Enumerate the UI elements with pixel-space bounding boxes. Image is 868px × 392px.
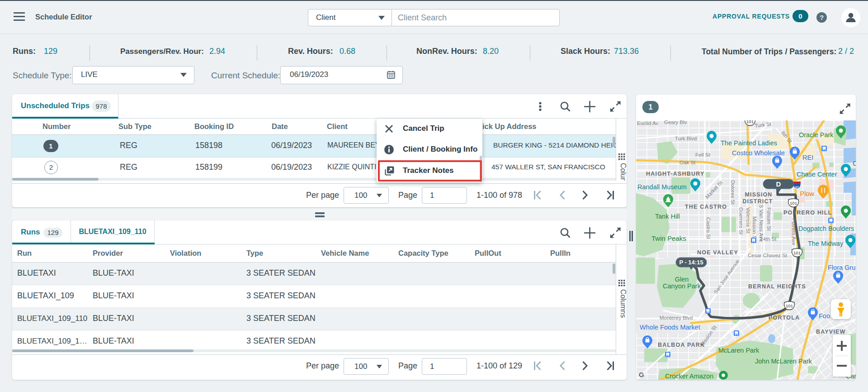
svg-text:Glen: Glen bbox=[675, 276, 689, 283]
svg-text:101: 101 bbox=[793, 250, 801, 255]
svg-text:Guerrero St: Guerrero St bbox=[738, 207, 744, 235]
svg-text:Potrero Ave: Potrero Ave bbox=[791, 218, 797, 245]
svg-text:24th St: 24th St bbox=[760, 236, 777, 242]
svg-text:P - 14:15: P - 14:15 bbox=[679, 259, 703, 266]
svg-text:HAIGHT-ASHBURY: HAIGHT-ASHBURY bbox=[646, 171, 705, 177]
svg-text:Canyon Park: Canyon Park bbox=[663, 282, 701, 290]
svg-text:McLaren Park: McLaren Park bbox=[718, 347, 760, 354]
svg-text:BERNAL HEIGHTS: BERNAL HEIGHTS bbox=[748, 283, 806, 290]
svg-text:Chase Center: Chase Center bbox=[797, 171, 837, 178]
svg-text:Cesar Chavez St: Cesar Chavez St bbox=[748, 253, 788, 258]
svg-text:DISTRICT: DISTRICT bbox=[742, 198, 773, 205]
svg-text:The Midway: The Midway bbox=[808, 240, 844, 247]
svg-text:NOE VALLEY: NOE VALLEY bbox=[697, 249, 738, 256]
svg-text:POTRERO HILL: POTRERO HILL bbox=[783, 210, 832, 216]
svg-text:101: 101 bbox=[790, 201, 797, 206]
svg-text:Fell St: Fell St bbox=[695, 152, 710, 158]
svg-text:C: C bbox=[853, 160, 856, 167]
svg-text:Crocker Amazon: Crocker Amazon bbox=[665, 373, 713, 380]
svg-text:Monterey Blvd: Monterey Blvd bbox=[660, 315, 693, 320]
svg-text:REI: REI bbox=[802, 154, 813, 161]
svg-text:John McLaren Park: John McLaren Park bbox=[755, 358, 812, 365]
svg-text:BAYVIEW: BAYVIEW bbox=[816, 329, 846, 335]
svg-text:Castro St: Castro St bbox=[706, 217, 711, 239]
svg-text:Turk Blvd: Turk Blvd bbox=[675, 136, 697, 141]
svg-text:D: D bbox=[776, 180, 781, 188]
svg-text:Dogpatch Boulders: Dogpatch Boulders bbox=[798, 225, 854, 232]
svg-text:The Painted Ladies: The Painted Ladies bbox=[721, 139, 777, 147]
svg-text:Tank Hill: Tank Hill bbox=[655, 213, 680, 220]
svg-text:Oracle Park: Oracle Park bbox=[799, 131, 834, 139]
svg-text:Twin Peaks: Twin Peaks bbox=[651, 234, 686, 242]
svg-text:Mission St: Mission St bbox=[752, 216, 757, 241]
svg-text:Valencia St: Valencia St bbox=[745, 207, 751, 234]
svg-text:Plow: Plow bbox=[800, 190, 815, 197]
svg-text:Flora Gru: Flora Gru bbox=[828, 264, 855, 271]
svg-text:BALBOA PARK: BALBOA PARK bbox=[658, 342, 705, 348]
svg-text:Dolores St: Dolores St bbox=[730, 180, 736, 205]
svg-text:Geary Blv: Geary Blv bbox=[664, 120, 687, 125]
svg-text:Whole Foods Market: Whole Foods Market bbox=[640, 324, 700, 331]
svg-text:101: 101 bbox=[786, 303, 793, 308]
svg-text:THE CASTRO: THE CASTRO bbox=[685, 204, 727, 210]
svg-text:Randall Museum: Randall Museum bbox=[637, 183, 687, 191]
svg-text:MISSION: MISSION bbox=[745, 191, 772, 198]
svg-text:Euclid Av: Euclid Av bbox=[637, 120, 658, 126]
svg-text:Folsom St: Folsom St bbox=[766, 207, 772, 231]
svg-text:PORTOLA: PORTOLA bbox=[769, 315, 800, 321]
svg-text:101: 101 bbox=[746, 120, 754, 124]
svg-text:Costco Wholesale: Costco Wholesale bbox=[732, 149, 785, 157]
svg-text:80: 80 bbox=[795, 185, 799, 189]
svg-text:Foo: Foo bbox=[819, 312, 830, 320]
svg-text:Oak St: Oak St bbox=[679, 160, 696, 165]
